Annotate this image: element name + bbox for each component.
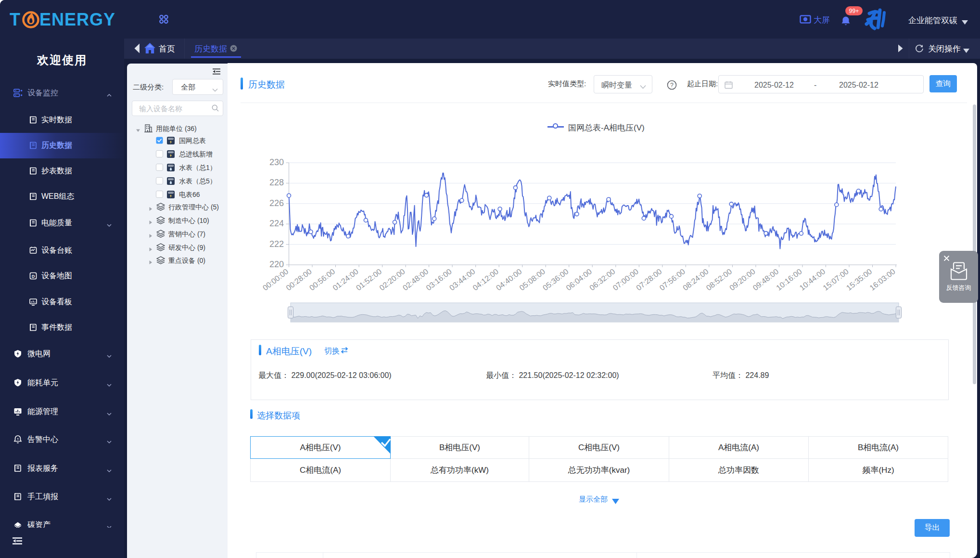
svg-text:D: D [32,274,35,279]
svg-text:ENERGY: ENERGY [39,10,115,29]
svg-text:?: ? [670,82,674,89]
svg-text:T: T [10,10,20,29]
